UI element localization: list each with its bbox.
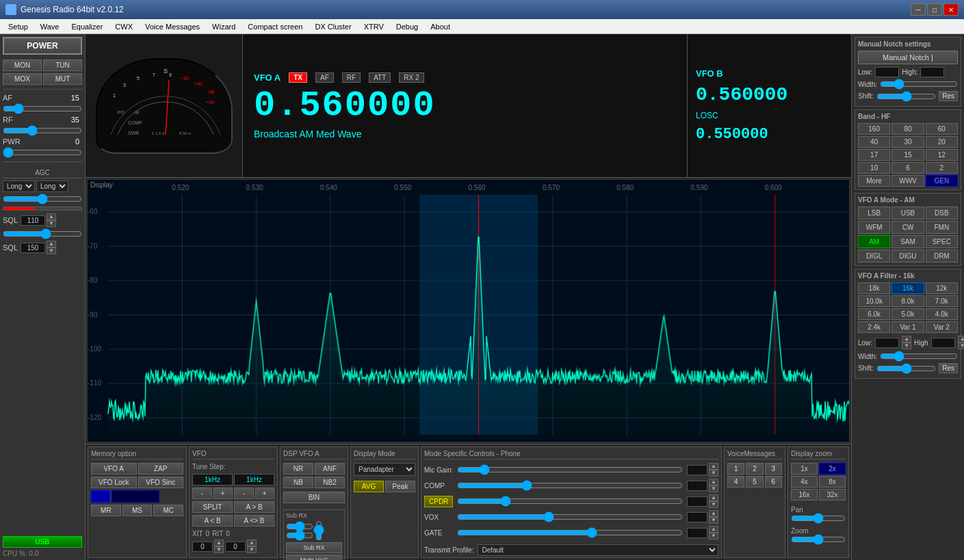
power-button[interactable]: POWER xyxy=(3,37,82,55)
mute-vac-btn[interactable]: Mute VAC xyxy=(286,555,342,560)
mic-gain-up[interactable]: ▲ xyxy=(709,463,718,470)
filter-high-up[interactable]: ▲ xyxy=(958,336,964,343)
plus-btn-1[interactable]: + xyxy=(213,488,233,499)
att-mode-btn[interactable]: ATT xyxy=(369,72,391,83)
vfo-a-btn[interactable]: VFO A xyxy=(91,463,137,475)
band-80[interactable]: 80 xyxy=(891,123,924,135)
mode-am[interactable]: AM xyxy=(858,235,890,248)
vfo-lock-btn[interactable]: VFO Lock xyxy=(91,477,137,488)
split-btn[interactable]: SPLIT xyxy=(192,501,233,513)
filter-width-slider[interactable] xyxy=(880,351,958,361)
rx2-mode-btn[interactable]: RX 2 xyxy=(399,72,424,83)
mode-cw[interactable]: CW xyxy=(891,221,924,234)
mic-gain-slider[interactable] xyxy=(457,465,683,475)
notch-low-input[interactable]: 100 xyxy=(875,67,899,77)
plus-btn-2[interactable]: + xyxy=(255,488,275,499)
voice-msg-2[interactable]: 2 xyxy=(746,463,763,475)
avg-btn[interactable]: AVG xyxy=(354,481,384,492)
minimize-button[interactable]: ─ xyxy=(911,3,926,16)
peak-btn[interactable]: Peak xyxy=(385,481,415,492)
minus-btn-2[interactable]: - xyxy=(234,488,254,499)
xit-up[interactable]: ▲ xyxy=(214,539,224,546)
pan-slider[interactable] xyxy=(791,514,846,523)
voice-msg-6[interactable]: 6 xyxy=(765,476,782,488)
losc-frequency[interactable]: 0.550000 xyxy=(696,126,843,143)
channel-freq-input[interactable]: 7.85DSB xyxy=(112,490,159,503)
xit-down[interactable]: ▼ xyxy=(214,546,224,553)
notch-shift-slider[interactable] xyxy=(876,92,936,101)
band-40[interactable]: 40 xyxy=(858,136,890,148)
zap-btn[interactable]: ZAP xyxy=(138,463,184,475)
band-wwv[interactable]: WWV xyxy=(891,175,924,187)
band-more[interactable]: More xyxy=(858,175,890,187)
channel-input[interactable]: 1 xyxy=(91,490,110,503)
rf-slider[interactable] xyxy=(3,126,82,135)
minus-btn-1[interactable]: - xyxy=(192,488,212,499)
cpdr-btn[interactable]: CPDR xyxy=(424,496,453,507)
filter-low-down[interactable]: ▼ xyxy=(902,343,911,349)
af-slider[interactable] xyxy=(3,104,82,114)
menu-compact-screen[interactable]: Compact screen xyxy=(242,21,308,32)
zoom-8x[interactable]: 8x xyxy=(819,476,846,488)
mode-usb[interactable]: USB xyxy=(891,206,924,219)
zoom-2x[interactable]: 2x xyxy=(819,463,846,475)
mic-gain-down[interactable]: ▼ xyxy=(709,470,718,477)
af-mode-btn[interactable]: AF xyxy=(315,72,334,83)
display-mode-select[interactable]: Panadapter xyxy=(354,463,415,476)
a-lt-b-btn[interactable]: A < B xyxy=(192,515,233,526)
sub-rx-vol-slider[interactable] xyxy=(315,520,323,541)
mode-lsb[interactable]: LSB xyxy=(858,206,890,219)
comp-input[interactable]: 3 xyxy=(687,481,707,491)
mode-digl[interactable]: DIGL xyxy=(858,250,890,263)
gate-up[interactable]: ▲ xyxy=(709,526,718,533)
cpdr-down[interactable]: ▼ xyxy=(709,501,718,508)
menu-voice-messages[interactable]: Voice Messages xyxy=(140,21,205,32)
filter-6k[interactable]: 6.0k xyxy=(858,308,890,320)
filter-high-down[interactable]: ▼ xyxy=(958,343,964,349)
agc-slider[interactable] xyxy=(3,194,82,204)
band-17[interactable]: 17 xyxy=(858,149,890,161)
filter-shift-slider[interactable] xyxy=(876,364,936,373)
mon-button[interactable]: MON xyxy=(3,59,42,71)
band-30[interactable]: 30 xyxy=(891,136,924,148)
filter-12k[interactable]: 12k xyxy=(926,282,958,294)
cpdr-slider[interactable] xyxy=(457,496,683,506)
comp-slider[interactable] xyxy=(457,481,683,490)
gate-down[interactable]: ▼ xyxy=(709,533,718,539)
comp-down[interactable]: ▼ xyxy=(709,485,718,492)
agc-select-2[interactable]: Long xyxy=(36,181,68,192)
ms-btn[interactable]: MS xyxy=(122,505,153,516)
sql2-down[interactable]: ▼ xyxy=(47,248,56,254)
filter-10k[interactable]: 10.0k xyxy=(858,295,890,307)
usb-button[interactable]: USB xyxy=(3,536,82,548)
nb-btn[interactable]: NB xyxy=(283,477,313,488)
voice-msg-5[interactable]: 5 xyxy=(746,476,763,488)
rit-up[interactable]: ▲ xyxy=(247,539,257,546)
rit-down[interactable]: ▼ xyxy=(247,546,257,553)
vox-input[interactable]: 200 xyxy=(687,512,707,522)
mode-sam[interactable]: SAM xyxy=(891,235,924,248)
filter-2k4[interactable]: 2.4k xyxy=(858,321,890,333)
mic-gain-input[interactable]: 10 xyxy=(687,465,707,475)
a-b-btn[interactable]: A > B xyxy=(234,501,274,513)
nb2-btn[interactable]: NB2 xyxy=(315,477,345,488)
band-6[interactable]: 6 xyxy=(891,162,924,174)
vox-up[interactable]: ▲ xyxy=(709,510,718,517)
band-gen[interactable]: GEN xyxy=(926,175,958,187)
sql1-down[interactable]: ▼ xyxy=(47,220,56,227)
menu-cwx[interactable]: CWX xyxy=(109,21,138,32)
cpdr-input[interactable]: 2 xyxy=(687,496,707,507)
gate-input[interactable]: -40 xyxy=(687,528,707,538)
rf-mode-btn[interactable]: RF xyxy=(342,72,361,83)
spectrum-display[interactable]: Display xyxy=(87,179,850,442)
zoom-slider[interactable] xyxy=(791,535,846,544)
menu-dx-cluster[interactable]: DX Cluster xyxy=(309,21,356,32)
vfo-a-frequency[interactable]: 0.560000 xyxy=(254,85,676,126)
sql2-input[interactable] xyxy=(21,243,45,253)
menu-wizard[interactable]: Wizard xyxy=(207,21,241,32)
mox-button[interactable]: MOX xyxy=(3,73,42,85)
mode-wfm[interactable]: WFM xyxy=(858,221,890,234)
anf-btn[interactable]: ANF xyxy=(315,463,345,475)
mode-digu[interactable]: DIGU xyxy=(891,250,924,263)
tun-button[interactable]: TUN xyxy=(43,59,82,71)
